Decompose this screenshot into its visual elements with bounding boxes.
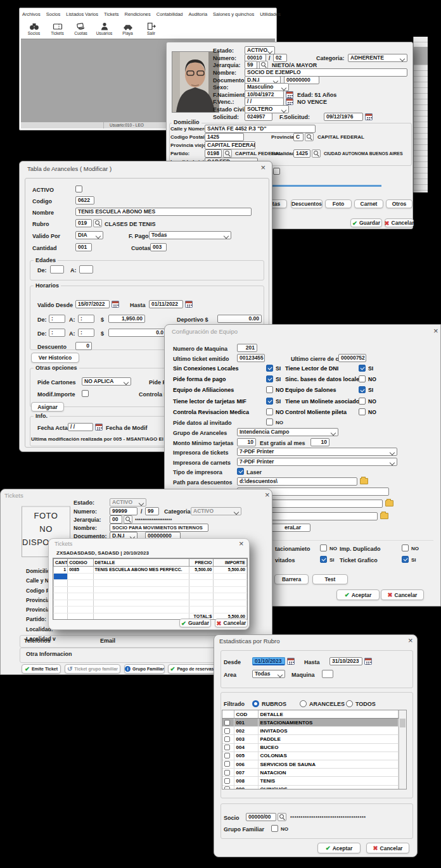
empty-row[interactable] [54, 600, 247, 607]
calendar-icon[interactable] [286, 98, 293, 105]
hora-a-field[interactable]: : [78, 315, 94, 323]
valido-por-dropdown[interactable]: DIA [75, 231, 103, 239]
ticket-grupo-familiar-button[interactable]: ↺Ticket grupo familiar [65, 664, 120, 674]
rubros-radio[interactable] [252, 700, 259, 707]
laser-checkbox[interactable] [237, 468, 244, 475]
jerarquia-search-button[interactable] [124, 515, 132, 524]
tab-carnet-button[interactable]: Carnet [354, 199, 383, 208]
empty-row[interactable] [54, 593, 247, 600]
folder-icon[interactable] [360, 478, 368, 484]
est-gratis-field[interactable]: 10 [310, 438, 329, 446]
selected-cell[interactable] [54, 593, 68, 600]
row-checkbox[interactable] [224, 720, 230, 726]
empty-row[interactable] [54, 580, 247, 587]
close-icon[interactable]: × [408, 638, 413, 644]
menu-item[interactable]: Contabilidad [157, 11, 183, 17]
config-right-checkbox[interactable] [359, 365, 366, 372]
config-left-checkbox[interactable] [266, 408, 273, 415]
selected-cell[interactable] [54, 586, 68, 593]
cp-field[interactable]: 1425 [205, 133, 244, 141]
maquina-field[interactable] [322, 670, 333, 678]
rubro-row[interactable]: 008 TENIS [222, 777, 398, 785]
barrera-button[interactable]: Barrera [274, 574, 309, 584]
menu-item[interactable]: Tickets [104, 11, 118, 17]
row-checkbox[interactable] [224, 778, 230, 784]
folder-icon[interactable] [380, 513, 388, 519]
f-solicitud-field[interactable]: 09/12/1976 [324, 113, 363, 121]
fecha-acta-field[interactable]: / / [68, 423, 93, 431]
row-checkbox[interactable] [224, 761, 230, 767]
test-button[interactable]: Test [312, 574, 348, 584]
ticket-grafico-checkbox[interactable] [402, 556, 409, 563]
config-left-checkbox[interactable] [266, 386, 273, 393]
toolbar-cuotas-button[interactable]: Cuotas [69, 19, 93, 38]
close-icon[interactable]: × [260, 165, 265, 171]
pide-cartones-dropdown[interactable]: NO APLICA [82, 377, 131, 386]
socio-field[interactable]: 00000/00 [246, 813, 276, 821]
tab-foto-button[interactable]: Foto [325, 199, 352, 208]
impresora-carnets-dropdown[interactable]: 7-PDF Printer [237, 458, 397, 466]
activo-checkbox[interactable] [75, 186, 82, 192]
row-checkbox[interactable] [224, 728, 230, 734]
window-title[interactable]: Estadisticas por Rubro [219, 638, 280, 645]
tab-descuentos-button[interactable]: Descuentos [291, 199, 323, 208]
grupo-familiar-button[interactable]: iGrupo Familiar [124, 664, 165, 674]
row-checkbox[interactable] [224, 786, 230, 789]
documento-field[interactable]: 00000000 [284, 76, 319, 84]
scrollbar-thumb[interactable] [400, 719, 406, 727]
rubro-row[interactable]: 002 INVITADOS [222, 727, 398, 735]
toolbar-playa-button[interactable]: Playa [116, 19, 139, 38]
edades-de-field[interactable] [50, 265, 64, 274]
rubro-row[interactable]: 004 BUCEO [222, 743, 398, 752]
rubro-search-button[interactable] [93, 219, 102, 227]
close-icon[interactable]: × [239, 541, 244, 547]
cell-codigo[interactable]: 0085 [68, 567, 93, 574]
selected-cell[interactable] [54, 580, 68, 587]
selected-cell[interactable] [54, 573, 68, 580]
aceptar-button[interactable]: ✔Aceptar [317, 843, 361, 853]
cell-importe[interactable]: 5,500.00 [214, 567, 247, 574]
modif-importe-checkbox[interactable] [82, 390, 89, 397]
cancelar-button[interactable]: ✖Cancelar [366, 843, 409, 853]
empty-row[interactable] [54, 607, 247, 613]
cancelar-button[interactable]: ✖Cancelar [381, 589, 424, 600]
calendar-icon[interactable] [95, 424, 103, 431]
f-pago-dropdown[interactable]: Todas [149, 231, 231, 239]
toolbar-salir-button[interactable]: Salir [139, 19, 163, 38]
localidad-field[interactable]: 1425 [293, 149, 310, 158]
descuento-field[interactable]: 0 [75, 342, 92, 350]
selected-cell[interactable] [54, 600, 68, 607]
config-left-checkbox[interactable] [266, 375, 273, 382]
calendar-icon[interactable] [112, 301, 119, 308]
impresora-tickets-dropdown[interactable]: 7-PDF Printer [237, 448, 397, 456]
provincia-search-button[interactable] [305, 133, 314, 141]
ultimo-ticket-field[interactable]: 00123455 [237, 354, 265, 362]
toolbar-socios-button[interactable]: Socios [22, 19, 46, 38]
window-title[interactable]: Tickets [54, 541, 72, 547]
rubro-row[interactable]: 005 COLONIAS [222, 752, 398, 760]
toolbar-tickets-button[interactable]: Tickets [46, 19, 69, 38]
localidad-search-button[interactable] [312, 149, 321, 158]
hora-de2-field[interactable]: : [49, 329, 65, 337]
menu-item[interactable]: Archivos [22, 11, 41, 17]
partido-field[interactable]: 0198 [205, 149, 222, 158]
nombre-field[interactable]: SOCIO PARA MOVIMIENTOS INTERNOS [110, 524, 208, 532]
categoria-dropdown[interactable]: ADHERENTE [348, 54, 407, 62]
row-checkbox[interactable] [224, 745, 230, 750]
calendar-icon[interactable] [364, 658, 372, 665]
numero-maquina-field[interactable]: 201 [237, 344, 257, 352]
area-dropdown[interactable]: Todas [252, 670, 285, 678]
config-right-checkbox[interactable] [359, 408, 366, 415]
numero-sub-field[interactable]: 02 [273, 54, 287, 62]
jerarquia-field[interactable]: 00 [110, 515, 122, 524]
grupo-familiar-checkbox[interactable] [271, 825, 278, 832]
hora-a2-field[interactable]: : [78, 329, 94, 337]
hora-de-field[interactable]: : [49, 315, 65, 323]
partido-search-button[interactable] [223, 149, 232, 158]
window-title[interactable]: Tickets [4, 492, 23, 499]
close-icon[interactable]: × [433, 328, 438, 334]
folder-icon[interactable] [385, 500, 393, 506]
provincia-viejo-field[interactable]: CAPITAL FEDERAL [205, 141, 255, 149]
menu-item[interactable]: Utilidades [260, 11, 281, 17]
menu-item[interactable]: Auditoria [188, 11, 207, 17]
